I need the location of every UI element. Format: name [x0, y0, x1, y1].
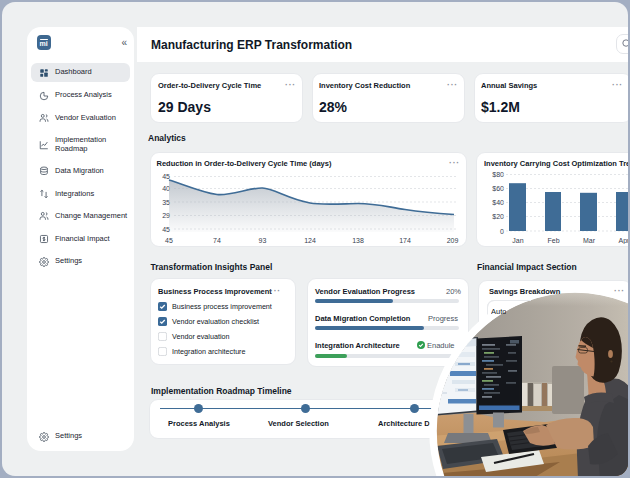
svg-text:174: 174 [399, 237, 411, 244]
svg-text:Apr: Apr [619, 237, 628, 244]
svg-text:35: 35 [162, 199, 170, 206]
svg-text:40: 40 [162, 185, 170, 192]
svg-text:74: 74 [213, 237, 221, 244]
svg-text:45: 45 [162, 226, 170, 233]
svg-text:Feb: Feb [547, 237, 559, 244]
svg-text:45: 45 [162, 173, 170, 180]
svg-text:45: 45 [165, 237, 173, 244]
svg-text:209: 209 [447, 237, 459, 244]
svg-text:138: 138 [352, 237, 364, 244]
svg-text:Jan: Jan [512, 237, 523, 244]
svg-text:93: 93 [259, 237, 267, 244]
svg-text:Mar: Mar [583, 237, 596, 244]
svg-text:124: 124 [304, 237, 316, 244]
svg-text:29: 29 [162, 212, 170, 219]
